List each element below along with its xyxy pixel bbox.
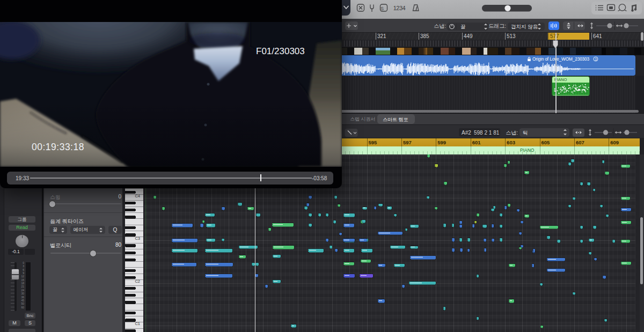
svg-text:A#2: A#2 [462,130,471,136]
svg-text:1234: 1234 [393,5,406,11]
svg-text:598 2 1 81: 598 2 1 81 [474,130,500,136]
svg-text:C2: C2 [135,278,140,283]
svg-text:드래그:: 드래그: [488,23,506,29]
svg-text:C3: C3 [135,236,140,241]
svg-text:3: 3 [595,57,597,61]
svg-text:틱: 틱 [523,130,528,136]
svg-text:끌: 끌 [460,24,466,29]
svg-text:C1: C1 [135,321,140,326]
svg-text:C4: C4 [135,193,140,198]
svg-text:스냅:: 스냅: [434,23,446,29]
svg-text:겹치지 않음: 겹치지 않음 [511,24,538,29]
svg-text:S: S [380,6,384,11]
svg-text:스냅:: 스냅: [506,130,518,136]
